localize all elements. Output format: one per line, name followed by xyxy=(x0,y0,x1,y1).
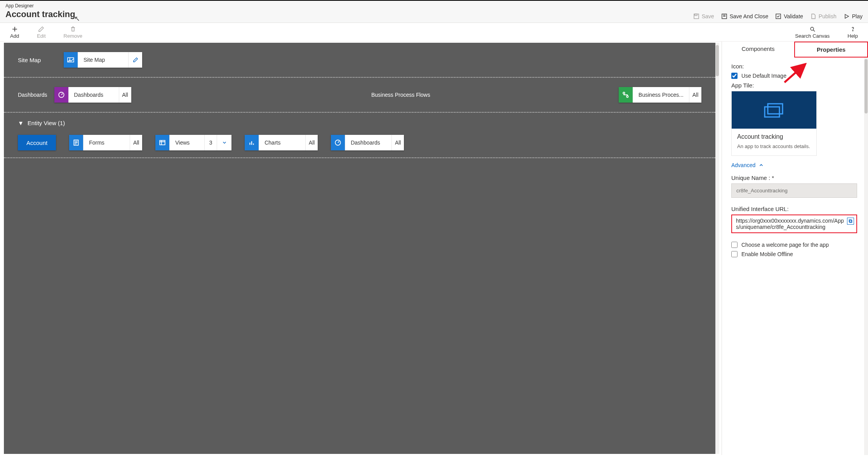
chevron-up-icon xyxy=(758,162,764,168)
flow-icon xyxy=(619,87,633,103)
bpf-badge[interactable]: All xyxy=(689,87,701,103)
svg-rect-17 xyxy=(765,107,779,117)
svg-point-4 xyxy=(811,27,814,30)
entity-view-header[interactable]: ▼ Entity View (1) xyxy=(18,120,701,126)
panel-scrollbar[interactable] xyxy=(864,58,868,455)
unique-name-input xyxy=(731,183,857,198)
help-icon xyxy=(850,26,856,32)
forms-icon xyxy=(69,135,83,150)
svg-rect-1 xyxy=(695,14,697,16)
entity-account-button[interactable]: Account xyxy=(18,135,56,150)
bpf-label: Business Process Flows xyxy=(371,92,612,98)
tab-properties[interactable]: Properties xyxy=(794,42,868,58)
canvas-scrollbar[interactable] xyxy=(715,43,719,454)
save-button: Save xyxy=(693,13,714,19)
play-icon xyxy=(844,13,850,19)
chevron-down-icon: ▼ xyxy=(18,120,24,126)
unified-url-box: https://org0xxx00xxxxxxx.dynamics.com/Ap… xyxy=(731,215,857,233)
svg-rect-12 xyxy=(250,143,250,145)
views-text: Views xyxy=(169,135,204,150)
designer-caption: App Designer xyxy=(5,3,75,9)
sitemap-text: Site Map xyxy=(78,52,128,68)
command-bar: Save Save And Close Validate Publish Pla… xyxy=(693,13,863,19)
sitemap-icon xyxy=(64,52,78,68)
dashboard-icon xyxy=(54,87,68,103)
svg-rect-14 xyxy=(253,143,254,145)
publish-button: Publish xyxy=(810,13,837,19)
pencil-icon xyxy=(38,26,44,32)
views-badge[interactable]: 3 xyxy=(204,135,217,150)
dashboards-block[interactable]: Dashboards All xyxy=(54,87,131,103)
design-canvas[interactable]: Site Map Site Map Das xyxy=(4,43,715,454)
unified-url-value: https://org0xxx00xxxxxxx.dynamics.com/Ap… xyxy=(736,218,844,230)
tab-components[interactable]: Components xyxy=(722,42,794,58)
properties-panel: Components Properties Icon: Use Default … xyxy=(722,42,868,455)
charts-badge[interactable]: All xyxy=(305,135,318,150)
search-canvas-button[interactable]: Search Canvas xyxy=(792,25,833,40)
svg-rect-16 xyxy=(768,104,783,114)
mobile-offline-checkbox[interactable]: Enable Mobile Offline xyxy=(731,251,857,257)
views-expand-button[interactable] xyxy=(217,135,231,150)
tile-title: Account tracking xyxy=(737,133,811,140)
svg-point-9 xyxy=(626,96,628,98)
bpf-text: Business Proces... xyxy=(633,87,689,103)
use-default-image-checkbox[interactable]: Use Default Image xyxy=(731,73,857,79)
svg-rect-11 xyxy=(160,140,165,145)
entity-dashboards-block[interactable]: Dashboards All xyxy=(331,135,404,150)
validate-button[interactable]: Validate xyxy=(775,13,803,19)
icon-label: Icon: xyxy=(731,63,857,70)
entity-dashboards-badge[interactable]: All xyxy=(391,135,404,150)
plus-icon xyxy=(12,26,18,32)
unique-name-label: Unique Name : * xyxy=(731,174,857,181)
dashboards-label: Dashboards xyxy=(18,92,47,98)
svg-point-8 xyxy=(623,92,625,94)
charts-icon xyxy=(245,135,259,150)
views-icon xyxy=(155,135,169,150)
save-close-icon xyxy=(721,13,727,19)
forms-block[interactable]: Forms All xyxy=(69,135,142,150)
sitemap-edit-button[interactable] xyxy=(128,52,142,68)
dashboards-badge[interactable]: All xyxy=(119,87,131,103)
url-label: Unified Interface URL: xyxy=(731,206,857,212)
charts-text: Charts xyxy=(259,135,305,150)
forms-badge[interactable]: All xyxy=(130,135,142,150)
validate-icon xyxy=(775,13,781,19)
tile-desc: An app to track accounts details. xyxy=(737,143,811,149)
advanced-toggle[interactable]: Advanced xyxy=(731,162,764,168)
svg-point-5 xyxy=(852,30,853,31)
forms-text: Forms xyxy=(83,135,130,150)
remove-button: Remove xyxy=(61,25,85,40)
app-tile-icon xyxy=(762,101,786,119)
play-button[interactable]: Play xyxy=(844,13,863,19)
sitemap-block[interactable]: Site Map xyxy=(64,52,142,68)
publish-icon xyxy=(810,13,816,19)
search-icon xyxy=(809,26,816,32)
help-button[interactable]: Help xyxy=(844,25,861,40)
charts-block[interactable]: Charts All xyxy=(245,135,318,150)
welcome-page-checkbox[interactable]: Choose a welcome page for the app xyxy=(731,242,857,248)
svg-rect-3 xyxy=(776,14,781,19)
app-name: Account tracking xyxy=(5,9,75,19)
sitemap-label: Site Map xyxy=(18,57,57,63)
add-button[interactable]: Add xyxy=(7,25,22,40)
entity-dashboards-text: Dashboards xyxy=(345,135,391,150)
copy-icon xyxy=(848,219,853,223)
save-and-close-button[interactable]: Save And Close xyxy=(721,13,769,19)
edit-button: Edit xyxy=(34,25,49,40)
save-icon xyxy=(693,13,699,19)
svg-rect-13 xyxy=(251,141,252,145)
entity-dashboard-icon xyxy=(331,135,345,150)
titlebar: App Designer Account tracking Save Save … xyxy=(0,0,868,23)
views-block[interactable]: Views 3 xyxy=(155,135,231,150)
apptile-label: App Tile: xyxy=(731,82,857,89)
app-tile-preview: Account tracking An app to track account… xyxy=(731,91,817,156)
trash-icon xyxy=(70,26,76,32)
bpf-block[interactable]: Business Proces... All xyxy=(619,87,701,103)
copy-url-button[interactable] xyxy=(847,218,854,225)
dashboards-text: Dashboards xyxy=(68,87,119,103)
toolbar: Add Edit Remove Search Canvas Help xyxy=(0,23,868,42)
